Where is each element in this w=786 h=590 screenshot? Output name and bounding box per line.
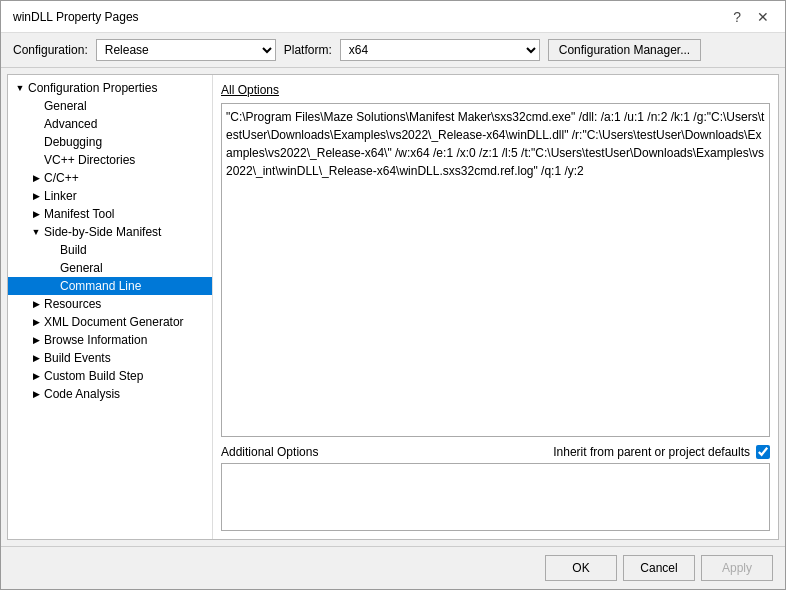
apply-button[interactable]: Apply: [701, 555, 773, 581]
sidebar-item-xml-document-generator[interactable]: ▶XML Document Generator: [8, 313, 212, 331]
all-options-title: All Options: [221, 83, 770, 97]
all-options-area[interactable]: "C:\Program Files\Maze Solutions\Manifes…: [221, 103, 770, 437]
sidebar-item-configuration-properties[interactable]: ▼Configuration Properties: [8, 79, 212, 97]
additional-options-row: Additional Options Inherit from parent o…: [221, 445, 770, 459]
tree-arrow-code-analysis: ▶: [28, 389, 44, 399]
sidebar-item-general[interactable]: General: [8, 97, 212, 115]
additional-options-area[interactable]: [221, 463, 770, 531]
sidebar-item-sbs-general[interactable]: General: [8, 259, 212, 277]
all-options-text: "C:\Program Files\Maze Solutions\Manifes…: [226, 110, 764, 178]
inherit-label: Inherit from parent or project defaults: [553, 445, 750, 459]
platform-label: Platform:: [284, 43, 332, 57]
sidebar-item-debugging[interactable]: Debugging: [8, 133, 212, 151]
sidebar-item-label-resources: Resources: [44, 297, 212, 311]
sidebar-item-label-debugging: Debugging: [44, 135, 212, 149]
bottom-bar: OK Cancel Apply: [1, 546, 785, 589]
sidebar-item-label-custom-build-step: Custom Build Step: [44, 369, 212, 383]
sidebar-item-browse-information[interactable]: ▶Browse Information: [8, 331, 212, 349]
sidebar-item-label-linker: Linker: [44, 189, 212, 203]
sidebar-item-vc-directories[interactable]: VC++ Directories: [8, 151, 212, 169]
cancel-button[interactable]: Cancel: [623, 555, 695, 581]
main-content: ▼Configuration PropertiesGeneralAdvanced…: [7, 74, 779, 540]
configuration-select[interactable]: Release: [96, 39, 276, 61]
sidebar-item-label-sbs-general: General: [60, 261, 212, 275]
close-button[interactable]: ✕: [753, 9, 773, 25]
window-title: winDLL Property Pages: [13, 10, 139, 24]
sidebar-item-label-advanced: Advanced: [44, 117, 212, 131]
sidebar-item-sbs-command-line[interactable]: Command Line: [8, 277, 212, 295]
sidebar-item-advanced[interactable]: Advanced: [8, 115, 212, 133]
inherit-checkbox[interactable]: [756, 445, 770, 459]
title-bar: winDLL Property Pages ? ✕: [1, 1, 785, 33]
sidebar-item-c-cpp[interactable]: ▶C/C++: [8, 169, 212, 187]
sidebar-item-label-browse-information: Browse Information: [44, 333, 212, 347]
sidebar-item-code-analysis[interactable]: ▶Code Analysis: [8, 385, 212, 403]
tree-arrow-manifest-tool: ▶: [28, 209, 44, 219]
sidebar-item-label-sbs-command-line: Command Line: [60, 279, 212, 293]
configuration-label: Configuration:: [13, 43, 88, 57]
sidebar-item-linker[interactable]: ▶Linker: [8, 187, 212, 205]
sidebar-item-label-general: General: [44, 99, 212, 113]
sidebar-item-label-configuration-properties: Configuration Properties: [28, 81, 212, 95]
tree-arrow-resources: ▶: [28, 299, 44, 309]
title-controls: ? ✕: [729, 9, 773, 25]
sidebar-item-label-sbs-build: Build: [60, 243, 212, 257]
tree-arrow-linker: ▶: [28, 191, 44, 201]
tree-arrow-build-events: ▶: [28, 353, 44, 363]
tree-arrow-browse-information: ▶: [28, 335, 44, 345]
tree-arrow-xml-document-generator: ▶: [28, 317, 44, 327]
sidebar-item-resources[interactable]: ▶Resources: [8, 295, 212, 313]
sidebar-item-label-vc-directories: VC++ Directories: [44, 153, 212, 167]
tree-arrow-custom-build-step: ▶: [28, 371, 44, 381]
sidebar-item-sbs-build[interactable]: Build: [8, 241, 212, 259]
inherit-row: Inherit from parent or project defaults: [553, 445, 770, 459]
configuration-manager-button[interactable]: Configuration Manager...: [548, 39, 701, 61]
right-panel: All Options "C:\Program Files\Maze Solut…: [213, 75, 778, 539]
tree-arrow-c-cpp: ▶: [28, 173, 44, 183]
sidebar-item-build-events[interactable]: ▶Build Events: [8, 349, 212, 367]
sidebar-item-label-code-analysis: Code Analysis: [44, 387, 212, 401]
help-button[interactable]: ?: [729, 9, 745, 25]
sidebar-item-side-by-side-manifest[interactable]: ▼Side-by-Side Manifest: [8, 223, 212, 241]
sidebar-item-label-xml-document-generator: XML Document Generator: [44, 315, 212, 329]
sidebar-item-label-c-cpp: C/C++: [44, 171, 212, 185]
sidebar-item-label-manifest-tool: Manifest Tool: [44, 207, 212, 221]
platform-select[interactable]: x64: [340, 39, 540, 61]
config-bar: Configuration: Release Platform: x64 Con…: [1, 33, 785, 68]
ok-button[interactable]: OK: [545, 555, 617, 581]
sidebar-item-custom-build-step[interactable]: ▶Custom Build Step: [8, 367, 212, 385]
sidebar: ▼Configuration PropertiesGeneralAdvanced…: [8, 75, 213, 539]
additional-options-label: Additional Options: [221, 445, 318, 459]
sidebar-item-manifest-tool[interactable]: ▶Manifest Tool: [8, 205, 212, 223]
sidebar-item-label-side-by-side-manifest: Side-by-Side Manifest: [44, 225, 212, 239]
tree-arrow-configuration-properties: ▼: [12, 83, 28, 93]
sidebar-item-label-build-events: Build Events: [44, 351, 212, 365]
main-window: winDLL Property Pages ? ✕ Configuration:…: [0, 0, 786, 590]
tree-arrow-side-by-side-manifest: ▼: [28, 227, 44, 237]
